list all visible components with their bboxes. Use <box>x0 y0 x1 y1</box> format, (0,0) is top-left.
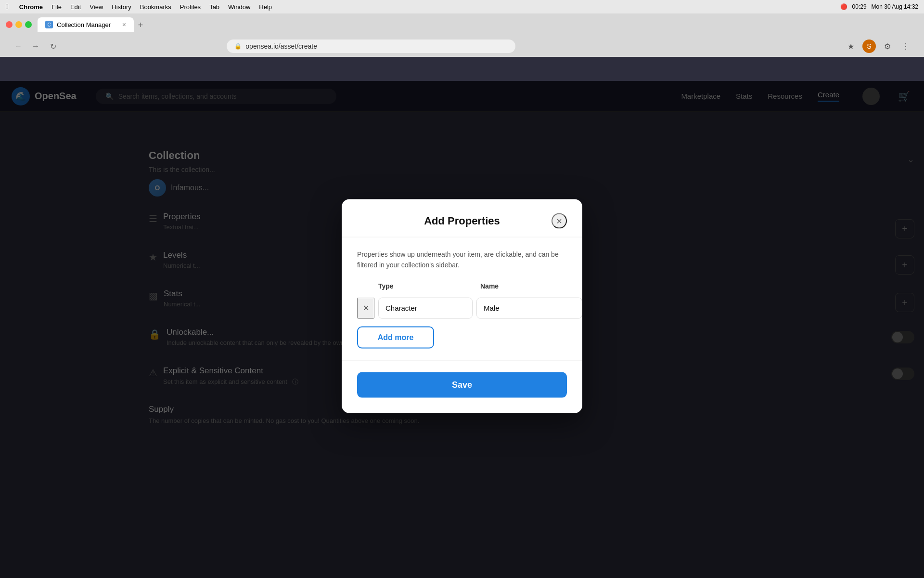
add-properties-modal: Add Properties × Properties show up unde… <box>342 199 582 413</box>
modal-close-button[interactable]: × <box>552 213 567 229</box>
menu-view[interactable]: View <box>90 3 103 11</box>
menu-profiles[interactable]: Profiles <box>180 3 201 11</box>
traffic-lights <box>6 21 32 28</box>
tab-close-button[interactable]: × <box>122 21 126 28</box>
lock-icon: 🔒 <box>234 43 242 50</box>
url-text: opensea.io/asset/create <box>245 42 317 50</box>
menu-tab[interactable]: Tab <box>209 3 219 11</box>
type-header-label: Type <box>378 282 473 289</box>
extensions-icon[interactable]: ⚙ <box>881 39 894 53</box>
property-name-input[interactable] <box>476 297 582 318</box>
nav-buttons: ← → ↻ <box>12 39 60 53</box>
name-header-label: Name <box>480 282 567 289</box>
tab-title: Collection Manager <box>57 21 118 28</box>
minimize-window-button[interactable] <box>15 21 22 28</box>
tab-bar: C Collection Manager × + <box>38 17 147 32</box>
datetime-label: Mon 30 Aug 14:32 <box>872 3 918 10</box>
apple-menu[interactable]:  <box>6 2 9 11</box>
property-row: ✕ <box>357 297 567 318</box>
profile-icon[interactable]: S <box>862 39 876 53</box>
bookmark-icon[interactable]: ★ <box>844 39 858 53</box>
tab-favicon: C <box>45 21 53 28</box>
modal-title: Add Properties <box>424 215 500 227</box>
menu-file[interactable]: File <box>51 3 62 11</box>
menu-help[interactable]: Help <box>259 3 272 11</box>
browser-titlebar: C Collection Manager × + <box>6 17 918 32</box>
maximize-window-button[interactable] <box>25 21 32 28</box>
menu-bookmarks[interactable]: Bookmarks <box>140 3 171 11</box>
refresh-button[interactable]: ↻ <box>46 39 60 53</box>
menu-chrome[interactable]: Chrome <box>19 3 43 11</box>
menu-icon[interactable]: ⋮ <box>899 39 912 53</box>
save-button[interactable]: Save <box>357 372 567 397</box>
address-bar: ← → ↻ 🔒 opensea.io/asset/create ★ S ⚙ ⋮ <box>6 36 918 57</box>
modal-description: Properties show up underneath your item,… <box>357 249 567 271</box>
battery-status: 🔴 <box>840 3 847 10</box>
menu-edit[interactable]: Edit <box>70 3 81 11</box>
menubar-right: 🔴 00:29 Mon 30 Aug 14:32 <box>840 3 918 10</box>
modal-header: Add Properties × <box>357 215 567 227</box>
menu-window[interactable]: Window <box>228 3 250 11</box>
modal-top-divider <box>342 237 582 237</box>
new-tab-button[interactable]: + <box>134 18 147 32</box>
battery-time: 00:29 <box>852 3 867 10</box>
menu-history[interactable]: History <box>112 3 131 11</box>
property-type-input[interactable] <box>378 297 473 318</box>
type-column-header: Type <box>357 282 473 293</box>
close-window-button[interactable] <box>6 21 13 28</box>
browser-chrome: C Collection Manager × + ← → ↻ 🔒 opensea… <box>0 13 924 57</box>
delete-property-button[interactable]: ✕ <box>357 297 374 318</box>
back-button[interactable]: ← <box>12 39 25 53</box>
forward-button[interactable]: → <box>29 39 42 53</box>
modal-column-headers: Type Name <box>357 282 567 293</box>
browser-tab[interactable]: C Collection Manager × <box>38 17 134 32</box>
name-column-header: Name <box>480 282 567 293</box>
menubar:  Chrome File Edit View History Bookmark… <box>0 0 924 13</box>
browser-toolbar-right: ★ S ⚙ ⋮ <box>844 39 912 53</box>
modal-footer-divider <box>342 360 582 360</box>
add-more-button[interactable]: Add more <box>357 326 434 348</box>
url-bar[interactable]: 🔒 opensea.io/asset/create <box>227 39 515 53</box>
